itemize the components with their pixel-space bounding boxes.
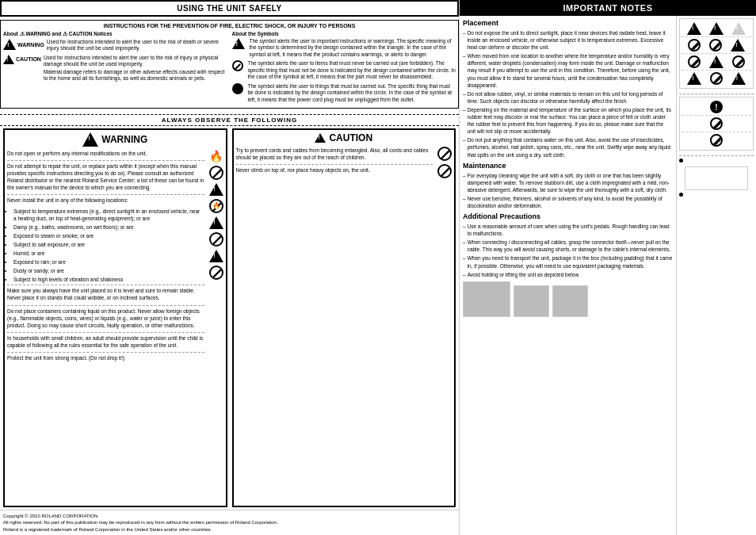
no-icon-mid2 <box>710 134 723 147</box>
warn-para7: Protect the unit from strong impact. (Do… <box>7 354 204 361</box>
box-placeholder <box>685 166 748 190</box>
row4-triangle-icon1 <box>687 72 701 85</box>
placement-bullet-5: Do not put anything that contains water … <box>463 136 673 158</box>
caution-notice-text: Used for instructions intended to alert … <box>44 55 227 68</box>
warn-para4: Make sure you always have the unit place… <box>7 287 204 301</box>
symbol3-icon <box>232 83 243 94</box>
symbols-col: About the Symbols The symbol alerts the … <box>232 31 456 105</box>
maintenance-bullet-2: Never use benzine, thinners, alcohol or … <box>463 195 673 209</box>
warning-notice-text: Used for instructions intended to alert … <box>47 39 227 52</box>
icons-exclaim-row: ! <box>682 99 751 116</box>
symbol3-row: The symbol alerts the user to things tha… <box>232 83 456 103</box>
additional-bullet-2: When connecting / disconnecting all cabl… <box>463 239 673 253</box>
warning-icons-col: 🔥 🔥 <box>209 150 223 365</box>
dot-item2 <box>679 193 754 197</box>
additional-bullet-3: When you need to transport the unit, pac… <box>463 254 673 269</box>
additional-bullet-1: Use a reasonable amount of care when usi… <box>463 223 673 237</box>
caution-content: Try to prevent cords and cables from bec… <box>236 147 452 178</box>
no-drop-icon <box>209 266 223 280</box>
warning-notice-row: WARNING Used for instructions intended t… <box>3 39 227 52</box>
right-main: Placement Do not expose the unit to dire… <box>460 16 677 535</box>
right-content: Placement Do not expose the unit to dire… <box>460 16 756 535</box>
warn-bullet-2: Damp (e.g., baths, washrooms, on wet flo… <box>13 224 204 231</box>
warn-para6: In households with small children, an ad… <box>7 334 204 349</box>
warn-bullet-8: Subject to high levels of vibration and … <box>13 276 204 283</box>
row3-triangle-icon <box>709 55 724 68</box>
row4-circle-icon <box>710 72 723 85</box>
warn-bullet-4: Subject to salt exposure; or are <box>13 241 204 248</box>
warn-divider2 <box>7 194 204 195</box>
caution-text: CAUTION <box>16 56 41 62</box>
row2-circle-icon1 <box>688 39 701 52</box>
row3-circle-icon2 <box>732 55 745 68</box>
icons-no-row1 <box>682 116 751 132</box>
icons-top-section <box>679 18 754 89</box>
no-electricity-icon <box>209 166 223 180</box>
caution-triangle-icon <box>3 55 14 64</box>
left-column: USING THE UNIT SAFELY INSTRUCTIONS FOR T… <box>0 0 460 535</box>
instructions-title: INSTRUCTIONS FOR THE PREVENTION OF FIRE,… <box>3 23 456 29</box>
dot-icon1 <box>679 159 683 162</box>
maintenance-bullet-1: For everyday cleaning wipe the unit with… <box>463 172 673 193</box>
placement-bullet-4: Depending on the material and temperatur… <box>463 106 673 135</box>
small-warning-triangle3-icon <box>209 250 223 262</box>
page: USING THE UNIT SAFELY INSTRUCTIONS FOR T… <box>0 0 756 535</box>
bottom-images <box>463 281 673 317</box>
symbol3-text: The symbol alerts the user to things tha… <box>248 83 456 103</box>
small-warning-triangle-icon <box>209 183 223 196</box>
big-warning-icon <box>82 132 98 147</box>
copyright: Copyright © 2010 ROLAND CORPORATION All … <box>0 510 459 535</box>
icons-middle-section: ! <box>679 97 754 151</box>
caution-material-text: Material damage refers to damage or othe… <box>44 69 227 82</box>
big-caution-box: CAUTION Try to prevent cords and cables … <box>232 128 456 507</box>
big-caution-title: CAUTION <box>236 132 452 143</box>
row2-triangle-icon <box>731 39 745 52</box>
icons-divider1 <box>679 94 754 94</box>
row4-triangle-icon2 <box>731 72 746 85</box>
row2-circle-icon2 <box>709 39 722 52</box>
icons-row-3 <box>682 54 751 71</box>
caution-para1: Try to prevent cords and cables from bec… <box>236 147 433 161</box>
warn-bullet-list: Subject to temperature extremes (e.g., d… <box>7 208 204 284</box>
caution-icons-col <box>437 147 452 178</box>
no-wet-icon <box>209 232 223 246</box>
warn-para5: Do not place containers containing liqui… <box>7 308 204 329</box>
always-observe: ALWAYS OBSERVE THE FOLLOWING <box>0 114 459 126</box>
placement-bullet-3: Do not allow rubber, vinyl, or similar m… <box>463 90 673 105</box>
warning-label: WARNING <box>3 39 44 50</box>
caution-text-col: Try to prevent cords and cables from bec… <box>236 147 433 178</box>
warn-para3: Never install the unit in any of the fol… <box>7 197 204 204</box>
warning-caution-col: About ⚠ WARNING and ⚠ CAUTION Notices WA… <box>3 31 227 105</box>
copyright-line3: Roland is a registered trademark of Rola… <box>3 526 456 533</box>
warn-bullet-6: Exposed to rain; or are <box>13 258 204 266</box>
using-title: USING THE UNIT SAFELY <box>0 0 459 17</box>
no-icon-mid1 <box>710 117 723 130</box>
no-flame-icon: 🔥 <box>209 199 223 213</box>
symbol1-row: The symbol alerts the user to important … <box>232 38 456 58</box>
icons-no-row2 <box>682 132 751 148</box>
placement-bullet-2: When moved from one location to another … <box>463 52 673 88</box>
dot-icon2 <box>679 193 683 197</box>
big-warning-label: WARNING <box>101 134 147 145</box>
placement-bullet-1: Do not expose the unit to direct sunligh… <box>463 29 673 51</box>
big-caution-icon <box>315 133 326 143</box>
about-symbols-label: About the Symbols <box>232 31 456 36</box>
caution-notice-row: CAUTION Used for instructions intended t… <box>3 55 227 82</box>
about-label: About ⚠ WARNING and ⚠ CAUTION Notices <box>3 31 227 37</box>
symbol2-icon <box>232 60 243 71</box>
image-placeholder-3 <box>552 285 588 317</box>
copyright-line2: All rights reserved. No part of this pub… <box>3 519 456 525</box>
icons-row-1 <box>682 21 751 37</box>
warn-divider3 <box>7 285 204 285</box>
caution-divider1 <box>236 164 433 165</box>
big-warning-title: WARNING <box>7 132 223 147</box>
caution-no-icon1 <box>437 147 452 161</box>
caution-label: CAUTION <box>3 55 41 64</box>
right-icons-sidebar: ! <box>677 16 756 535</box>
warning-triangle-icon <box>3 39 16 50</box>
warning-text: WARNING <box>17 42 44 48</box>
dot-item1 <box>679 159 754 162</box>
important-notes-title: IMPORTANT NOTES <box>460 0 756 16</box>
caution-para2: Never climb on top of, nor place heavy o… <box>236 166 433 174</box>
caution-no-icon2 <box>437 164 452 178</box>
